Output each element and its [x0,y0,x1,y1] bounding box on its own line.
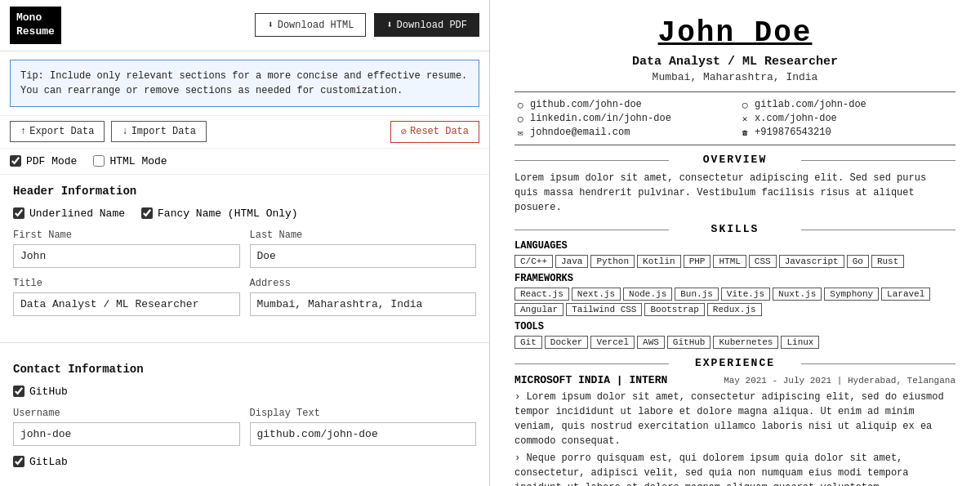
reset-button[interactable]: ⊘ Reset Data [390,121,479,143]
experience-bullets: › Lorem ipsum dolor sit amet, consectetu… [514,390,956,486]
github-check-row: GitHub [13,386,476,398]
frameworks-tags: React.js Next.js Node.js Bun.js Vite.js … [514,288,956,316]
app-logo: Mono Resume [10,7,61,44]
tools-tags: Git Docker Vercel AWS GitHub Kubernetes … [514,336,956,349]
email-icon: ✉ [514,127,526,138]
header-section-title: Header Information [13,185,476,198]
overview-text: Lorem ipsum dolor sit amet, consectetur … [514,171,956,215]
pdf-mode-checkbox[interactable] [10,155,21,167]
download-pdf-icon: ⬇ [386,19,392,31]
experience-item-header: MICROSOFT INDIA | INTERN May 2021 - July… [514,374,956,386]
export-icon: ↑ [20,126,26,137]
exp-company: MICROSOFT INDIA | INTERN [514,374,667,386]
top-bar: Mono Resume ⬇ Download HTML ⬇ Download P… [0,0,489,51]
gitlab-checkbox[interactable] [13,456,24,467]
username-input[interactable] [13,422,240,446]
last-name-input[interactable] [250,244,477,268]
username-label: Username [13,408,240,419]
download-html-button[interactable]: ⬇ Download HTML [255,13,366,37]
html-mode-label: HTML Mode [109,155,167,167]
languages-tags: C/C++ Java Python Kotlin PHP HTML CSS Ja… [514,255,956,268]
title-address-row: Title Address [13,278,476,316]
display-text-input[interactable] [250,422,477,446]
github-check[interactable]: GitHub [13,386,68,398]
github-checkbox[interactable] [13,386,24,397]
contact-phone: ☎ +919876543210 [739,127,956,138]
last-name-label: Last Name [250,230,477,241]
address-label: Address [250,278,477,289]
github-icon: ◯ [514,99,526,110]
first-name-label: First Name [13,230,240,241]
contact-gitlab: ◯ gitlab.com/john-doe [739,99,956,110]
address-input[interactable] [250,292,477,316]
title-input[interactable] [13,292,240,316]
underlined-name-checkbox[interactable] [13,207,24,219]
import-button[interactable]: ↓ Import Data [111,121,206,142]
left-panel: Mono Resume ⬇ Download HTML ⬇ Download P… [0,0,490,486]
skills-header: SKILLS [514,223,956,235]
import-icon: ↓ [122,126,127,137]
exp-date: May 2021 - July 2021 | Hyderabad, Telang… [724,376,956,386]
title-label: Title [13,278,240,289]
frameworks-label: FRAMEWORKS [514,273,956,284]
reset-icon: ⊘ [401,126,407,138]
contact-x: ✕ x.com/john-doe [739,113,956,124]
download-icon: ⬇ [267,19,273,31]
tip-box: Tip: Include only relevant sections for … [10,60,479,107]
address-group: Address [250,278,477,316]
tools-label: TOOLS [514,321,956,332]
contact-github: ◯ github.com/john-doe [514,99,731,110]
resume-divider-2 [514,145,956,145]
title-group: Title [13,278,240,316]
fancy-name-check[interactable]: Fancy Name (HTML Only) [141,207,298,220]
resume-address: Mumbai, Maharashtra, India [514,71,956,83]
right-panel: John Doe Data Analyst / ML Researcher Mu… [490,0,980,486]
name-row: First Name Last Name [13,230,476,268]
last-name-group: Last Name [250,230,477,268]
html-mode-item: HTML Mode [93,155,167,167]
resume-title: Data Analyst / ML Researcher [514,55,956,69]
html-mode-checkbox[interactable] [93,155,105,167]
pdf-mode-label: PDF Mode [26,155,77,167]
resume-name: John Doe [514,16,956,50]
display-text-group: Display Text [250,408,477,446]
underlined-name-check[interactable]: Underlined Name [13,207,125,220]
fancy-name-checkbox[interactable] [141,207,153,219]
github-fields-row: Username Display Text [13,408,476,446]
export-button[interactable]: ↑ Export Data [10,121,105,142]
contact-grid: ◯ github.com/john-doe ◯ gitlab.com/john-… [514,99,956,138]
download-pdf-button[interactable]: ⬇ Download PDF [374,13,479,37]
contact-linkedin: ◯ linkedin.com/in/john-doe [514,113,731,124]
linkedin-icon: ◯ [514,113,526,124]
action-bar: ↑ Export Data ↓ Import Data ⊘ Reset Data [0,115,489,149]
first-name-input[interactable] [13,244,240,268]
mode-bar: PDF Mode HTML Mode [0,149,489,175]
overview-header: OVERVIEW [514,154,956,166]
pdf-mode-item: PDF Mode [10,155,77,167]
header-section: Header Information Underlined Name Fancy… [0,175,489,336]
x-icon: ✕ [739,113,751,124]
resume-divider-1 [514,91,956,92]
gitlab-check[interactable]: GitLab [13,456,68,468]
contact-email: ✉ johndoe@email.com [514,127,731,138]
section-divider-1 [0,342,489,343]
phone-icon: ☎ [739,127,751,138]
header-options-row: Underlined Name Fancy Name (HTML Only) [13,207,476,220]
languages-label: LANGUAGES [514,240,956,252]
gitlab-check-row: GitLab [13,456,476,468]
contact-section-title: Contact Information [13,363,476,376]
display-text-label: Display Text [250,408,477,419]
username-group: Username [13,408,240,446]
experience-header: EXPERIENCE [514,357,956,369]
first-name-group: First Name [13,230,240,268]
contact-section: Contact Information GitHub Username Disp… [0,353,489,486]
gitlab-icon: ◯ [739,99,751,110]
